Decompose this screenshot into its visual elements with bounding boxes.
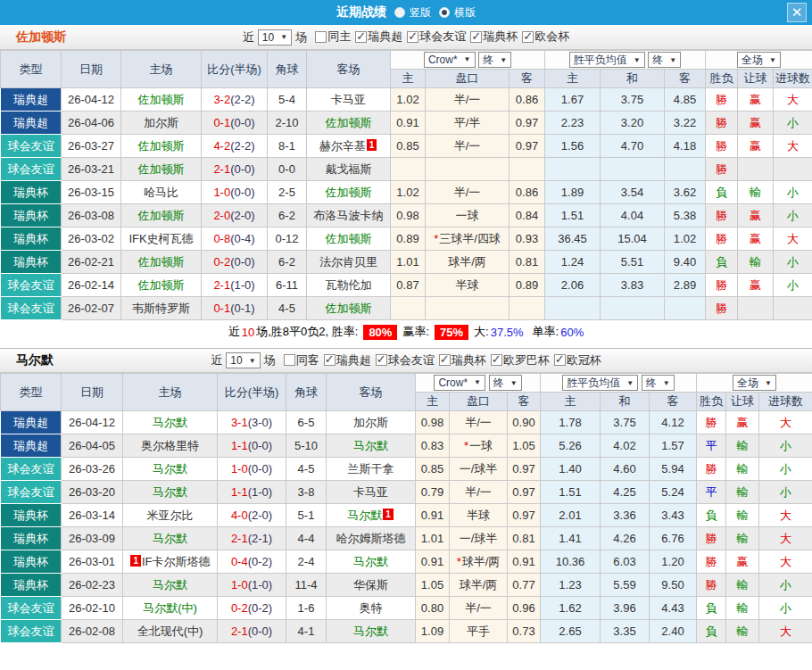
filter-checkbox-欧会杯[interactable]: 欧会杯 [522, 29, 569, 45]
checkbox-checked-icon[interactable] [491, 354, 502, 366]
mean-home-cell: 5.26 [541, 434, 601, 458]
odds-source-header: Crow*▼ 终▼ [391, 51, 545, 70]
filter-checkbox-欧冠杯[interactable]: 欧冠杯 [554, 352, 601, 368]
home-team-name: 全北现代(中) [137, 625, 203, 638]
match-row: 瑞典杯26-03-08佐加顿斯2-0(2-0)6-2布洛马波卡纳0.98一球0.… [1, 204, 812, 227]
odds-away-cell: 0.84 [510, 204, 545, 227]
odds-away-cell: 0.97 [510, 135, 545, 158]
mean-type-select[interactable]: 胜平负均值▼ [569, 52, 645, 68]
checkbox-checked-icon[interactable] [470, 31, 482, 43]
checkbox-checked-icon[interactable] [407, 31, 418, 43]
filter-checkbox-欧罗巴杯[interactable]: 欧罗巴杯 [491, 352, 550, 368]
games-label: 场 [295, 29, 307, 45]
checkbox-checked-icon[interactable] [324, 354, 336, 366]
away-team-cell: 卡马亚 [307, 88, 391, 112]
filter-checkbox-瑞典杯[interactable]: 瑞典杯 [439, 352, 486, 368]
filter-checkbox-label: 瑞典超 [368, 29, 402, 45]
result-handicap-cell: 輸 [738, 181, 774, 204]
half-score: (0-2) [248, 555, 272, 568]
full-score: 4-2 [213, 139, 230, 153]
mean-away-cell [665, 158, 706, 181]
handicap-cell: 球半/两 [426, 251, 510, 274]
checkbox-checked-icon[interactable] [355, 31, 367, 43]
result-goals-cell: 大 [759, 527, 812, 550]
full-match-select[interactable]: 全场▼ [733, 375, 776, 391]
result-goals-cell: 大 [759, 620, 812, 643]
checkbox-checked-icon[interactable] [439, 354, 451, 366]
filter-checkbox-同客[interactable]: 同客 [284, 352, 319, 368]
mean-away-cell: 4.85 [665, 88, 706, 112]
vertical-layout-radio[interactable] [394, 7, 405, 18]
away-team-cell: 马尔默 [327, 434, 416, 458]
away-team-name: 哈尔姆斯塔德 [336, 532, 406, 545]
league-type-cell: 瑞典杯 [1, 227, 62, 251]
filter-checkbox-瑞典超[interactable]: 瑞典超 [355, 29, 402, 45]
mean-draw-cell: 3.83 [601, 274, 665, 297]
full-score: 2-1 [231, 532, 248, 545]
team1-league-checkboxes: 同主瑞典超球会友谊瑞典杯欧会杯 [311, 29, 569, 45]
result-wdl-cell: 勝 [697, 574, 726, 597]
filter-checkbox-瑞典超[interactable]: 瑞典超 [324, 352, 371, 368]
match-row: 瑞典超26-04-06加尔斯0-1(0-0)2-10佐加顿斯0.91平/半0.9… [1, 112, 812, 135]
checkbox-checked-icon[interactable] [376, 354, 387, 366]
mean-draw-cell: 3.96 [601, 597, 650, 620]
full-score: 0-2 [231, 601, 248, 615]
result-handicap-cell: 輸 [726, 481, 759, 504]
odds-source-select[interactable]: Crow*▼ [424, 52, 476, 68]
odds-away-cell: 0.91 [508, 550, 541, 574]
star-marker: * [434, 232, 438, 245]
games-count-select[interactable]: 10 ▼ [226, 352, 260, 368]
filter-checkbox-瑞典杯[interactable]: 瑞典杯 [470, 29, 518, 45]
mean-stage-select[interactable]: 终▼ [642, 375, 675, 391]
mean-home-cell: 1.56 [545, 135, 601, 158]
horizontal-layout-label[interactable]: 横版 [454, 5, 476, 21]
date-cell: 26-03-08 [62, 204, 121, 227]
home-team-name: 马尔默 [153, 462, 187, 476]
half-score: (0-4) [230, 232, 254, 245]
score-cell: 0-8(0-4) [202, 227, 268, 251]
full-match-select[interactable]: 全场▼ [737, 52, 781, 68]
away-team-cell: 佐加顿斯 [307, 297, 391, 320]
full-score: 3-1 [231, 416, 248, 429]
result-wdl-cell: 勝 [706, 158, 738, 181]
col-header-type: 类型 [1, 374, 62, 411]
odds-away-cell: 0.77 [508, 574, 541, 597]
mean-type-select[interactable]: 胜平负均值▼ [562, 375, 638, 391]
match-row: 球会友谊26-03-26马尔默1-0(0-0)4-5兰斯干拿0.85一/球半0.… [1, 458, 812, 481]
odds-home-cell: 1.02 [391, 88, 426, 112]
odds-away-cell: 0.73 [508, 620, 541, 643]
odds-away-cell: 0.86 [510, 181, 545, 204]
league-type-cell: 球会友谊 [1, 274, 62, 297]
date-cell: 26-03-09 [62, 527, 123, 550]
corner-cell: 6-2 [268, 251, 307, 274]
col-header-handicap: 盘口 [450, 393, 508, 411]
filter-checkbox-球会友谊[interactable]: 球会友谊 [407, 29, 466, 45]
checkbox-checked-icon[interactable] [554, 354, 566, 366]
odds-home-cell: 0.98 [391, 204, 426, 227]
close-icon[interactable]: ✕ [787, 3, 807, 22]
mean-draw-cell: 15.04 [601, 227, 665, 251]
mean-stage-select[interactable]: 终▼ [648, 52, 681, 68]
checkbox-unchecked-icon[interactable] [284, 354, 295, 366]
odds-away-cell: 0.97 [510, 112, 545, 135]
filter-checkbox-同主[interactable]: 同主 [315, 29, 351, 45]
vertical-layout-label[interactable]: 竖版 [410, 5, 431, 21]
checkbox-unchecked-icon[interactable] [315, 31, 327, 43]
horizontal-layout-radio[interactable] [439, 7, 450, 18]
mean-draw-cell: 4.25 [601, 481, 650, 504]
odds-home-cell: 0.87 [391, 274, 426, 297]
filter-checkbox-球会友谊[interactable]: 球会友谊 [376, 352, 435, 368]
half-score: (3-0) [248, 416, 272, 429]
odds-away-cell: 1.05 [508, 434, 541, 458]
result-handicap-cell: 赢 [738, 112, 774, 135]
result-handicap-cell: 赢 [738, 227, 774, 251]
league-type-cell: 球会友谊 [1, 158, 62, 181]
checkbox-checked-icon[interactable] [522, 31, 534, 43]
games-count-select[interactable]: 10 ▼ [258, 29, 292, 45]
odds-stage-select[interactable]: 终▼ [478, 52, 511, 68]
odds-source-select[interactable]: Crow*▼ [434, 375, 485, 391]
team1-filter: 近 10 ▼ 场 同主瑞典超球会友谊瑞典杯欧会杯 [243, 29, 569, 45]
col-header-odds-away: 客 [510, 70, 545, 88]
odds-stage-select[interactable]: 终▼ [489, 375, 522, 391]
corner-cell: 11-4 [286, 574, 327, 597]
